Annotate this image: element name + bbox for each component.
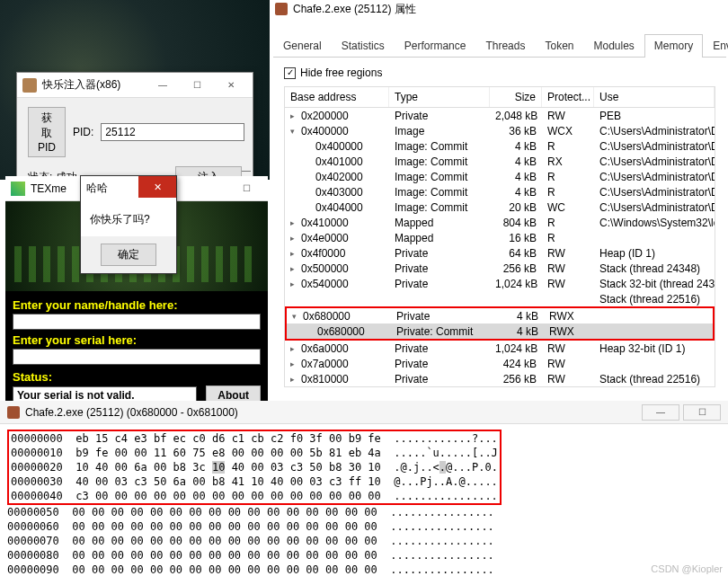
minimize-button[interactable]: — bbox=[642, 404, 679, 421]
table-row[interactable]: 0x400000Image: Commit4 kBRC:\Users\Admin… bbox=[285, 138, 715, 154]
expand-icon[interactable]: ▾ bbox=[292, 312, 301, 321]
name-label: Enter your name/handle here: bbox=[13, 298, 261, 312]
process-properties-window: Chafe.2.exe (25112) 属性 GeneralStatistics… bbox=[271, 0, 728, 395]
injector-title: 快乐注入器(x86) bbox=[42, 77, 146, 93]
tab-general[interactable]: General bbox=[273, 34, 332, 58]
expand-icon[interactable]: ▸ bbox=[290, 279, 299, 288]
table-row[interactable]: 0x402000Image: Commit4 kBRC:\Users\Admin… bbox=[285, 169, 715, 184]
expand-icon[interactable]: ▸ bbox=[290, 344, 299, 353]
table-row[interactable]: ▸0x410000Mapped804 kBRC:\Windows\System3… bbox=[285, 215, 715, 230]
tab-threads[interactable]: Threads bbox=[475, 34, 535, 58]
table-row[interactable]: 0x680000Private: Commit4 kBRWX bbox=[287, 323, 713, 339]
close-button[interactable]: ✕ bbox=[215, 76, 247, 94]
expand-icon[interactable]: ▸ bbox=[290, 249, 299, 258]
table-row[interactable]: 0x403000Image: Commit4 kBRC:\Users\Admin… bbox=[285, 184, 715, 199]
process-properties-titlebar[interactable]: Chafe.2.exe (25112) 属性 bbox=[271, 0, 728, 18]
messagebox-text: 你快乐了吗? bbox=[81, 199, 176, 236]
texme-icon bbox=[11, 182, 25, 196]
hide-free-label: Hide free regions bbox=[300, 66, 382, 79]
tab-environmen[interactable]: Environmen bbox=[703, 34, 728, 58]
hex-viewer-titlebar[interactable]: Chafe.2.exe (25112) (0x680000 - 0x681000… bbox=[0, 401, 728, 424]
messagebox-title: 哈哈 bbox=[86, 181, 138, 196]
tab-performance[interactable]: Performance bbox=[395, 34, 476, 58]
highlighted-region: ▾0x680000Private4 kBRWX0x680000Private: … bbox=[285, 306, 715, 341]
messagebox-titlebar[interactable]: 哈哈 ✕ bbox=[81, 176, 176, 199]
maximize-button[interactable]: ☐ bbox=[181, 76, 213, 94]
table-row[interactable]: ▸0x200000Private2,048 kBRWPEB bbox=[285, 108, 715, 123]
expand-icon[interactable]: ▸ bbox=[290, 264, 299, 273]
injector-titlebar[interactable]: 快乐注入器(x86) — ☐ ✕ bbox=[17, 73, 253, 98]
table-row[interactable]: ▸0x4e0000Mapped16 kBR bbox=[285, 230, 715, 245]
table-row[interactable]: ▾0x680000Private4 kBRWX bbox=[287, 308, 713, 323]
serial-label: Enter your serial here: bbox=[13, 333, 261, 347]
tabs: GeneralStatisticsPerformanceThreadsToken… bbox=[273, 34, 726, 58]
process-properties-title: Chafe.2.exe (25112) 属性 bbox=[293, 2, 416, 17]
maximize-button[interactable]: ☐ bbox=[230, 180, 262, 198]
close-button[interactable]: ✕ bbox=[138, 176, 176, 198]
table-header[interactable]: Base address Type Size Protect... Use bbox=[285, 87, 715, 108]
table-row[interactable]: ▸0x540000Private1,024 kBRWStack 32-bit (… bbox=[285, 276, 715, 291]
hex-viewer-icon bbox=[7, 406, 20, 419]
expand-icon[interactable]: ▸ bbox=[290, 234, 299, 243]
table-row[interactable]: 0x401000Image: Commit4 kBRXC:\Users\Admi… bbox=[285, 154, 715, 169]
memory-table: Base address Type Size Protect... Use ▸0… bbox=[284, 86, 715, 387]
minimize-button[interactable]: — bbox=[230, 162, 262, 180]
minimize-button[interactable]: — bbox=[146, 76, 179, 94]
messagebox: 哈哈 ✕ 你快乐了吗? 确定 bbox=[80, 175, 177, 274]
table-row[interactable]: ▾0x400000Image36 kBWCXC:\Users\Administr… bbox=[285, 123, 715, 138]
expand-icon[interactable]: ▸ bbox=[290, 218, 299, 227]
tab-memory[interactable]: Memory bbox=[644, 34, 703, 58]
table-row[interactable]: ▸0x7a0000Private424 kBRW bbox=[285, 356, 715, 371]
table-row[interactable]: Stack (thread 22516) bbox=[285, 291, 715, 306]
maximize-button[interactable]: ☐ bbox=[683, 404, 721, 421]
injector-icon bbox=[22, 78, 37, 93]
table-row[interactable]: ▸0x4f0000Private64 kBRWHeap (ID 1) bbox=[285, 245, 715, 261]
col-type[interactable]: Type bbox=[389, 87, 490, 107]
expand-icon[interactable]: ▸ bbox=[290, 375, 299, 384]
get-pid-button[interactable]: 获取PID bbox=[28, 107, 66, 157]
ok-button[interactable]: 确定 bbox=[101, 244, 156, 266]
process-icon bbox=[275, 3, 288, 15]
hide-free-checkbox[interactable]: ✓ bbox=[284, 67, 296, 79]
table-row[interactable]: ▸0x500000Private256 kBRWStack (thread 24… bbox=[285, 261, 715, 276]
table-row[interactable]: ▸0x6a0000Private1,024 kBRWHeap 32-bit (I… bbox=[285, 341, 715, 356]
tab-token[interactable]: Token bbox=[535, 34, 583, 58]
col-use[interactable]: Use bbox=[594, 87, 715, 107]
hex-dump[interactable]: 00000000 eb 15 c4 e3 bf ec c0 d6 c1 cb c… bbox=[0, 424, 728, 576]
col-base-address[interactable]: Base address bbox=[285, 87, 389, 107]
table-row[interactable]: ▸0x810000Private256 kBRWStack (thread 22… bbox=[285, 371, 715, 386]
expand-icon[interactable]: ▸ bbox=[290, 111, 299, 120]
expand-icon[interactable]: ▸ bbox=[290, 359, 299, 368]
pid-label: PID: bbox=[73, 126, 93, 138]
hex-viewer-window: Chafe.2.exe (25112) (0x680000 - 0x681000… bbox=[0, 401, 728, 576]
watermark: CSDN @Kiopler bbox=[651, 563, 723, 574]
tab-statistics[interactable]: Statistics bbox=[332, 34, 395, 58]
name-input[interactable] bbox=[13, 314, 261, 330]
serial-input[interactable] bbox=[13, 349, 261, 365]
tab-modules[interactable]: Modules bbox=[583, 34, 644, 58]
col-size[interactable]: Size bbox=[490, 87, 542, 107]
hex-viewer-title: Chafe.2.exe (25112) (0x680000 - 0x681000… bbox=[25, 406, 238, 419]
col-protection[interactable]: Protect... bbox=[542, 87, 594, 107]
pid-input[interactable] bbox=[101, 123, 244, 141]
expand-icon[interactable]: ▾ bbox=[290, 127, 299, 136]
table-row[interactable]: 0x404000Image: Commit20 kBWCC:\Users\Adm… bbox=[285, 199, 715, 215]
status-label: Status: bbox=[13, 370, 261, 384]
